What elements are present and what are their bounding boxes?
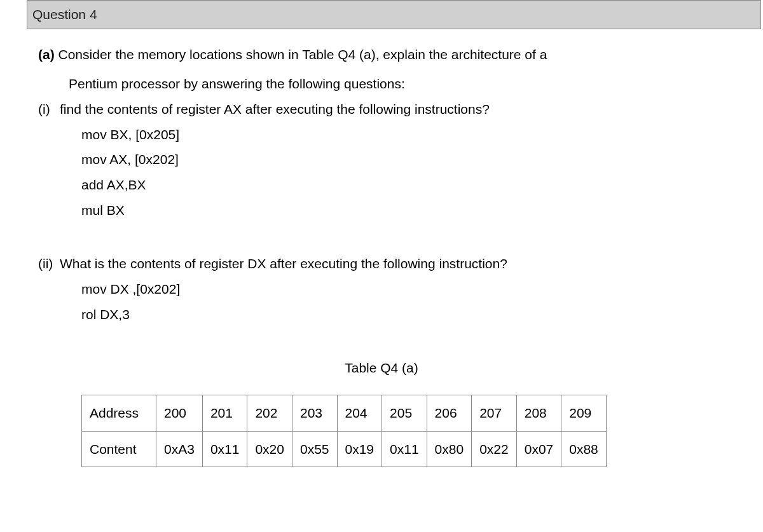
addr-cell: 207 xyxy=(472,395,517,431)
content-area: (a) Consider the memory locations shown … xyxy=(0,42,763,468)
sub-i-text: find the contents of register AX after e… xyxy=(60,97,490,122)
addr-cell: 201 xyxy=(202,395,247,431)
content-cell: 0x80 xyxy=(427,431,472,467)
page: Question 4 (a) Consider the memory locat… xyxy=(0,0,763,467)
addr-cell: 208 xyxy=(516,395,561,431)
code-i-l2: mov AX, [0x202] xyxy=(81,147,725,172)
addr-cell: 209 xyxy=(561,395,607,431)
code-i-l4: mul BX xyxy=(81,198,725,223)
content-cell: 0x22 xyxy=(472,431,517,467)
part-a-text1: Consider the memory locations shown in T… xyxy=(58,47,547,62)
addr-cell: 205 xyxy=(382,395,427,431)
question-header: Question 4 xyxy=(27,0,761,29)
sub-ii-row: (ii) What is the contents of register DX… xyxy=(38,251,725,276)
row-label-content: Content xyxy=(82,431,156,467)
content-cell: 0x88 xyxy=(561,431,607,467)
table-row-address: Address 200 201 202 203 204 205 206 207 … xyxy=(82,395,607,431)
content-cell: 0x19 xyxy=(337,431,382,467)
table-row-content: Content 0xA3 0x11 0x20 0x55 0x19 0x11 0x… xyxy=(82,431,607,467)
sub-i-label: (i) xyxy=(38,97,60,122)
code-i-l1: mov BX, [0x205] xyxy=(81,122,725,147)
addr-cell: 204 xyxy=(337,395,382,431)
code-ii-l2: rol DX,3 xyxy=(81,302,725,327)
content-cell: 0xA3 xyxy=(156,431,203,467)
addr-cell: 203 xyxy=(292,395,337,431)
addr-cell: 206 xyxy=(427,395,472,431)
sub-i-row: (i) find the contents of register AX aft… xyxy=(38,97,725,122)
content-cell: 0x55 xyxy=(292,431,337,467)
addr-cell: 200 xyxy=(156,395,203,431)
code-i-l3: add AX,BX xyxy=(81,172,725,198)
table-caption: Table Q4 (a) xyxy=(38,355,725,381)
memory-table: Address 200 201 202 203 204 205 206 207 … xyxy=(81,395,607,468)
content-cell: 0x11 xyxy=(202,431,247,467)
sub-ii-label: (ii) xyxy=(38,251,60,276)
row-label-address: Address xyxy=(82,395,156,431)
sub-ii-text: What is the contents of register DX afte… xyxy=(60,251,507,276)
part-a-line1: (a) Consider the memory locations shown … xyxy=(38,42,725,67)
question-title: Question 4 xyxy=(32,7,97,22)
content-cell: 0x11 xyxy=(382,431,427,467)
content-cell: 0x20 xyxy=(247,431,292,467)
part-a-label: (a) xyxy=(38,47,55,62)
addr-cell: 202 xyxy=(247,395,292,431)
content-cell: 0x07 xyxy=(516,431,561,467)
part-a-line2: Pentium processor by answering the follo… xyxy=(38,71,725,97)
code-ii-l1: mov DX ,[0x202] xyxy=(81,276,725,302)
